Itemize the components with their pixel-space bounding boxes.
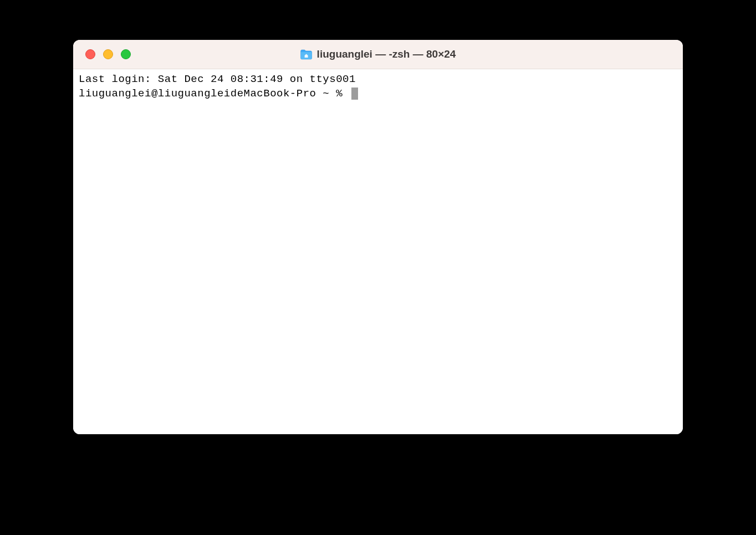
terminal-prompt-line[interactable]: liuguanglei@liuguangleideMacBook-Pro ~ % [79,87,677,101]
traffic-lights [73,49,131,59]
terminal-window: liuguanglei — -zsh — 80×24 Last login: S… [73,40,683,434]
terminal-cursor [351,88,358,100]
terminal-output-line: Last login: Sat Dec 24 08:31:49 on ttys0… [79,73,677,87]
terminal-prompt: liuguanglei@liuguangleideMacBook-Pro ~ % [79,87,349,101]
zoom-button[interactable] [121,49,131,59]
terminal-body[interactable]: Last login: Sat Dec 24 08:31:49 on ttys0… [73,69,683,434]
title-container: liuguanglei — -zsh — 80×24 [300,48,456,60]
home-folder-icon [300,49,313,60]
minimize-button[interactable] [103,49,113,59]
close-button[interactable] [85,49,95,59]
title-bar[interactable]: liuguanglei — -zsh — 80×24 [73,40,683,69]
window-title: liuguanglei — -zsh — 80×24 [317,48,456,60]
